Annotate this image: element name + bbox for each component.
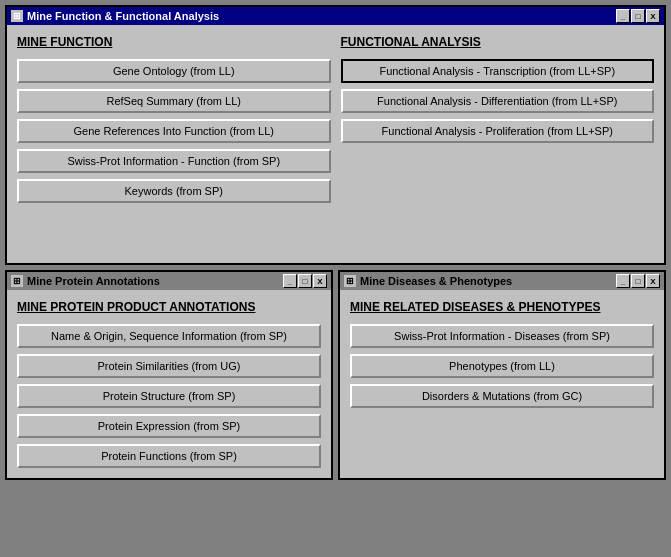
diseases-title-bar: ⊞ Mine Diseases & Phenotypes _ □ X xyxy=(340,272,664,290)
diseases-buttons: Swiss-Prot Information - Diseases (from … xyxy=(350,324,654,408)
protein-minimize-button[interactable]: _ xyxy=(283,274,297,288)
mine-function-buttons: Gene Ontology (from LL) RefSeq Summary (… xyxy=(17,59,331,203)
protein-window: ⊞ Mine Protein Annotations _ □ X MINE PR… xyxy=(5,270,333,480)
protein-window-title: Mine Protein Annotations xyxy=(27,275,160,287)
keywords-button[interactable]: Keywords (from SP) xyxy=(17,179,331,203)
protein-window-controls: _ □ X xyxy=(283,274,327,288)
disorders-mutations-button[interactable]: Disorders & Mutations (from GC) xyxy=(350,384,654,408)
diseases-window-icon: ⊞ xyxy=(344,275,356,287)
functional-analysis-section: FUNCTIONAL ANALYSIS Functional Analysis … xyxy=(341,35,655,203)
bottom-windows-container: ⊞ Mine Protein Annotations _ □ X MINE PR… xyxy=(5,270,666,480)
gene-references-button[interactable]: Gene References Into Function (from LL) xyxy=(17,119,331,143)
main-title-bar: ⊞ Mine Function & Functional Analysis _ … xyxy=(7,7,664,25)
mine-function-section: MINE FUNCTION Gene Ontology (from LL) Re… xyxy=(17,35,331,203)
protein-close-button[interactable]: X xyxy=(313,274,327,288)
diseases-window-controls: _ □ X xyxy=(616,274,660,288)
diseases-maximize-button[interactable]: □ xyxy=(631,274,645,288)
gene-ontology-button[interactable]: Gene Ontology (from LL) xyxy=(17,59,331,83)
protein-structure-button[interactable]: Protein Structure (from SP) xyxy=(17,384,321,408)
maximize-button[interactable]: □ xyxy=(631,9,645,23)
protein-window-icon: ⊞ xyxy=(11,275,23,287)
diseases-close-button[interactable]: X xyxy=(646,274,660,288)
main-window-title: Mine Function & Functional Analysis xyxy=(27,10,219,22)
phenotypes-button[interactable]: Phenotypes (from LL) xyxy=(350,354,654,378)
protein-maximize-button[interactable]: □ xyxy=(298,274,312,288)
protein-expression-button[interactable]: Protein Expression (from SP) xyxy=(17,414,321,438)
protein-title-bar: ⊞ Mine Protein Annotations _ □ X xyxy=(7,272,331,290)
transcription-button[interactable]: Functional Analysis - Transcription (fro… xyxy=(341,59,655,83)
swiss-prot-function-button[interactable]: Swiss-Prot Information - Function (from … xyxy=(17,149,331,173)
name-origin-button[interactable]: Name & Origin, Sequence Information (fro… xyxy=(17,324,321,348)
main-content: MINE FUNCTION Gene Ontology (from LL) Re… xyxy=(7,25,664,213)
diseases-window-title: Mine Diseases & Phenotypes xyxy=(360,275,512,287)
protein-similarities-button[interactable]: Protein Similarities (from UG) xyxy=(17,354,321,378)
close-button[interactable]: X xyxy=(646,9,660,23)
main-window-icon: ⊞ xyxy=(11,10,23,22)
minimize-button[interactable]: _ xyxy=(616,9,630,23)
protein-functions-button[interactable]: Protein Functions (from SP) xyxy=(17,444,321,468)
diseases-window: ⊞ Mine Diseases & Phenotypes _ □ X MINE … xyxy=(338,270,666,480)
diseases-section-title: MINE RELATED DISEASES & PHENOTYPES xyxy=(350,300,654,314)
functional-analysis-title: FUNCTIONAL ANALYSIS xyxy=(341,35,655,49)
refseq-summary-button[interactable]: RefSeq Summary (from LL) xyxy=(17,89,331,113)
swiss-prot-diseases-button[interactable]: Swiss-Prot Information - Diseases (from … xyxy=(350,324,654,348)
diseases-content: MINE RELATED DISEASES & PHENOTYPES Swiss… xyxy=(340,290,664,418)
protein-section-title: MINE PROTEIN PRODUCT ANNOTATIONS xyxy=(17,300,321,314)
functional-analysis-buttons: Functional Analysis - Transcription (fro… xyxy=(341,59,655,143)
main-window: ⊞ Mine Function & Functional Analysis _ … xyxy=(5,5,666,265)
main-window-controls: _ □ X xyxy=(616,9,660,23)
protein-content: MINE PROTEIN PRODUCT ANNOTATIONS Name & … xyxy=(7,290,331,478)
proliferation-button[interactable]: Functional Analysis - Proliferation (fro… xyxy=(341,119,655,143)
diseases-minimize-button[interactable]: _ xyxy=(616,274,630,288)
mine-function-title: MINE FUNCTION xyxy=(17,35,331,49)
protein-buttons: Name & Origin, Sequence Information (fro… xyxy=(17,324,321,468)
differentiation-button[interactable]: Functional Analysis - Differentiation (f… xyxy=(341,89,655,113)
